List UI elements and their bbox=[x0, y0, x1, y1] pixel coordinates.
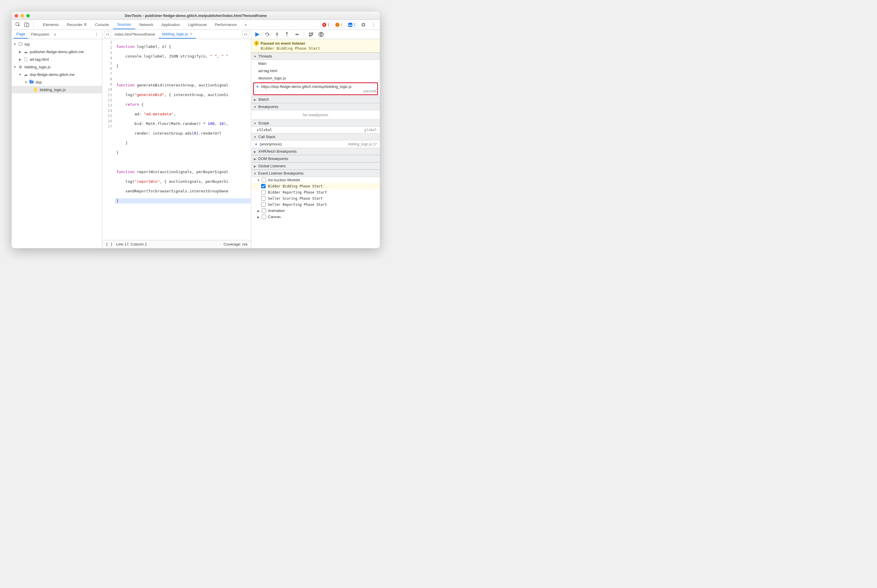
tree-origin-publisher-label: publisher-fledge-demo.glitch.me bbox=[30, 50, 84, 54]
tree-bidding-logic-file-label: bidding_logic.js bbox=[40, 88, 66, 92]
tab-elements[interactable]: Elements bbox=[39, 20, 63, 29]
watch-header[interactable]: Watch bbox=[251, 96, 380, 103]
tree-origin-publisher[interactable]: ☁ publisher-fledge-demo.glitch.me bbox=[12, 48, 102, 56]
chevron-right-icon bbox=[257, 215, 260, 219]
tree-ad-tag[interactable]: ad-tag.html bbox=[12, 56, 102, 63]
global-listeners-header[interactable]: Global Listeners bbox=[251, 162, 380, 170]
thread-ad-tag[interactable]: ad-tag.html bbox=[251, 67, 380, 75]
navigator-tabs: Page Filesystem » ⋮ bbox=[12, 30, 102, 39]
chevron-down-icon bbox=[19, 73, 22, 76]
resume-button[interactable] bbox=[254, 31, 260, 38]
chevron-down-icon bbox=[254, 135, 257, 139]
nav-tab-page[interactable]: Page bbox=[14, 30, 28, 39]
warnings-badge[interactable]: !1 bbox=[333, 22, 345, 28]
code-editor[interactable]: 1234567891011121314151617 function log(l… bbox=[102, 39, 251, 240]
elb-seller-reporting-start[interactable]: Seller Reporting Phase Start bbox=[251, 201, 380, 208]
device-toggle-icon[interactable] bbox=[23, 21, 31, 29]
scope-global-label: Global bbox=[259, 128, 272, 132]
thread-bidding-logic-label: https://dsp-fledge-demo.glitch.me/dsp/bi… bbox=[261, 84, 352, 89]
elb-item-2: Seller Scoring Phase Start bbox=[268, 196, 323, 201]
step-over-button[interactable] bbox=[263, 31, 271, 38]
dom-breakpoints-header[interactable]: DOM Breakpoints bbox=[251, 155, 380, 162]
nav-more-icon[interactable]: » bbox=[54, 32, 56, 36]
callstack-header[interactable]: Call Stack bbox=[251, 133, 380, 140]
tree-origin-dsp[interactable]: ☁ dsp-fledge-demo.glitch.me bbox=[12, 70, 102, 78]
debugger-pane: ❚❚ iPaused on event listener Bidder Bidd… bbox=[251, 30, 380, 248]
elb-bidder-bidding-start[interactable]: Bidder Bidding Phase Start bbox=[251, 183, 380, 189]
xhr-breakpoints-header[interactable]: XHR/fetch Breakpoints bbox=[251, 148, 380, 155]
chevron-down-icon bbox=[257, 178, 260, 182]
tab-application[interactable]: Application bbox=[157, 20, 184, 29]
tree-dsp-folder[interactable]: dsp bbox=[12, 78, 102, 86]
cursor-position: Line 17, Column 2 bbox=[116, 242, 147, 246]
editor-tab-index[interactable]: index.html?fencedframe bbox=[111, 30, 159, 38]
elb-checkbox-0[interactable] bbox=[261, 184, 266, 188]
editor-tab-bidding[interactable]: bidding_logic.js✕ bbox=[159, 30, 196, 39]
thread-decision-logic[interactable]: decision_logic.js bbox=[251, 75, 380, 82]
tab-lighthouse[interactable]: Lighthouse bbox=[184, 20, 211, 29]
issues-badge[interactable]: ▬1 bbox=[346, 22, 358, 28]
arrow-icon: ➔ bbox=[256, 84, 259, 89]
tab-sources[interactable]: Sources bbox=[113, 20, 135, 29]
elb-checkbox-1[interactable] bbox=[261, 190, 266, 195]
callstack-frame-0[interactable]: ➔ (anonymous) bidding_logic.js:17 bbox=[251, 140, 380, 148]
devtools-window: DevTools - publisher-fledge-demo.glitch.… bbox=[12, 12, 380, 248]
zoom-window-button[interactable] bbox=[26, 14, 30, 18]
line-gutter: 1234567891011121314151617 bbox=[102, 39, 115, 240]
elb-animation[interactable]: Animation bbox=[251, 208, 380, 214]
traffic-lights bbox=[15, 14, 30, 18]
elb-animation-checkbox[interactable] bbox=[262, 208, 266, 213]
tab-recorder[interactable]: Recorder ⚗ bbox=[63, 20, 91, 29]
elb-checkbox-3[interactable] bbox=[261, 202, 266, 207]
elb-canvas[interactable]: Canvas bbox=[251, 214, 380, 220]
tree-bidding-logic-file[interactable]: bidding_logic.js bbox=[12, 86, 102, 93]
elb-seller-scoring-start[interactable]: Seller Scoring Phase Start bbox=[251, 195, 380, 201]
step-out-button[interactable] bbox=[283, 31, 290, 38]
elb-ad-auction[interactable]: Ad Auction Worklet bbox=[251, 177, 380, 183]
pretty-print-button[interactable]: { } bbox=[106, 242, 113, 246]
next-tab-icon[interactable] bbox=[242, 31, 249, 38]
close-window-button[interactable] bbox=[15, 14, 18, 18]
nav-tab-filesystem[interactable]: Filesystem bbox=[28, 30, 52, 38]
inspect-element-icon[interactable] bbox=[14, 21, 22, 29]
tree-worklet[interactable]: ⚙ bidding_logic.js bbox=[12, 63, 102, 70]
chevron-right-icon bbox=[254, 98, 257, 101]
chevron-right-icon bbox=[19, 57, 22, 61]
editor-tab-bidding-label: bidding_logic.js bbox=[162, 32, 188, 36]
threads-header[interactable]: Threads bbox=[251, 52, 380, 60]
more-tabs-icon[interactable]: » bbox=[241, 20, 251, 29]
elb-canvas-checkbox[interactable] bbox=[262, 214, 266, 219]
settings-icon[interactable]: ⚙ bbox=[360, 22, 367, 28]
arrow-icon: ➔ bbox=[254, 142, 257, 146]
minimize-window-button[interactable] bbox=[20, 14, 24, 18]
warnings-count: 1 bbox=[341, 23, 343, 27]
step-into-button[interactable] bbox=[274, 31, 280, 38]
step-button[interactable] bbox=[293, 31, 300, 38]
prev-tab-icon[interactable] bbox=[104, 31, 111, 38]
tab-console[interactable]: Console bbox=[91, 20, 113, 29]
elb-bidder-reporting-start[interactable]: Bidder Reporting Phase Start bbox=[251, 189, 380, 195]
elb-checkbox-2[interactable] bbox=[261, 196, 266, 201]
tab-network[interactable]: Network bbox=[135, 20, 158, 29]
pause-on-exceptions-button[interactable]: ❚❚ bbox=[317, 31, 325, 38]
file-icon bbox=[23, 57, 28, 62]
tree-top[interactable]: top bbox=[12, 40, 102, 48]
close-tab-icon[interactable]: ✕ bbox=[190, 32, 193, 36]
pause-subtitle: Bidder Bidding Phase Start bbox=[254, 46, 377, 51]
nav-kebab-icon[interactable]: ⋮ bbox=[93, 32, 100, 36]
kebab-menu-icon[interactable]: ⋮ bbox=[369, 22, 378, 27]
breakpoints-header[interactable]: Breakpoints bbox=[251, 103, 380, 110]
deactivate-breakpoints-button[interactable] bbox=[308, 31, 314, 38]
scope-global[interactable]: Globalglobal bbox=[251, 127, 380, 133]
event-listener-bp-header[interactable]: Event Listener Breakpoints bbox=[251, 170, 380, 177]
editor-tab-index-label: index.html?fencedframe bbox=[114, 32, 155, 36]
elb-ad-auction-checkbox[interactable] bbox=[262, 178, 266, 182]
elb-animation-label: Animation bbox=[268, 208, 285, 213]
scope-header[interactable]: Scope bbox=[251, 119, 380, 127]
thread-bidding-logic[interactable]: ➔ https://dsp-fledge-demo.glitch.me/dsp/… bbox=[256, 84, 376, 89]
errors-badge[interactable]: ✕1 bbox=[320, 22, 332, 28]
tab-performance[interactable]: Performance bbox=[211, 20, 241, 29]
thread-main[interactable]: Main bbox=[251, 60, 380, 67]
gl-title: Global Listeners bbox=[258, 164, 286, 168]
chevron-down-icon bbox=[14, 65, 17, 69]
